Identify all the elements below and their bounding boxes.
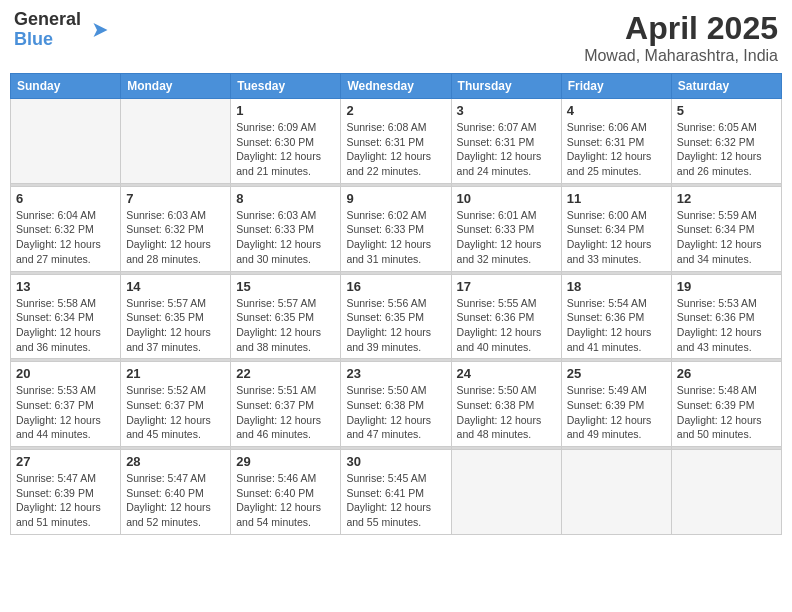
day-info: Sunrise: 6:06 AM Sunset: 6:31 PM Dayligh… (567, 120, 666, 179)
calendar-cell (671, 450, 781, 535)
calendar-cell: 23Sunrise: 5:50 AM Sunset: 6:38 PM Dayli… (341, 362, 451, 447)
calendar-cell: 10Sunrise: 6:01 AM Sunset: 6:33 PM Dayli… (451, 186, 561, 271)
calendar-cell (11, 99, 121, 184)
day-info: Sunrise: 5:56 AM Sunset: 6:35 PM Dayligh… (346, 296, 445, 355)
day-info: Sunrise: 6:09 AM Sunset: 6:30 PM Dayligh… (236, 120, 335, 179)
day-info: Sunrise: 6:05 AM Sunset: 6:32 PM Dayligh… (677, 120, 776, 179)
calendar-cell: 15Sunrise: 5:57 AM Sunset: 6:35 PM Dayli… (231, 274, 341, 359)
day-number: 25 (567, 366, 666, 381)
day-number: 28 (126, 454, 225, 469)
calendar-cell: 12Sunrise: 5:59 AM Sunset: 6:34 PM Dayli… (671, 186, 781, 271)
day-number: 5 (677, 103, 776, 118)
day-number: 26 (677, 366, 776, 381)
calendar-table: SundayMondayTuesdayWednesdayThursdayFrid… (10, 73, 782, 535)
logo: GeneralBlue (14, 10, 111, 50)
day-info: Sunrise: 5:59 AM Sunset: 6:34 PM Dayligh… (677, 208, 776, 267)
weekday-header: Friday (561, 74, 671, 99)
weekday-header: Saturday (671, 74, 781, 99)
location-title: Mowad, Maharashtra, India (584, 47, 778, 65)
day-info: Sunrise: 6:08 AM Sunset: 6:31 PM Dayligh… (346, 120, 445, 179)
calendar-cell: 13Sunrise: 5:58 AM Sunset: 6:34 PM Dayli… (11, 274, 121, 359)
day-info: Sunrise: 5:55 AM Sunset: 6:36 PM Dayligh… (457, 296, 556, 355)
calendar-cell: 25Sunrise: 5:49 AM Sunset: 6:39 PM Dayli… (561, 362, 671, 447)
day-number: 16 (346, 279, 445, 294)
day-number: 4 (567, 103, 666, 118)
day-info: Sunrise: 5:47 AM Sunset: 6:40 PM Dayligh… (126, 471, 225, 530)
logo-text: GeneralBlue (14, 10, 81, 50)
calendar-week-row: 6Sunrise: 6:04 AM Sunset: 6:32 PM Daylig… (11, 186, 782, 271)
weekday-header: Wednesday (341, 74, 451, 99)
calendar-week-row: 27Sunrise: 5:47 AM Sunset: 6:39 PM Dayli… (11, 450, 782, 535)
logo-icon (83, 16, 111, 44)
calendar-cell (121, 99, 231, 184)
calendar-cell: 14Sunrise: 5:57 AM Sunset: 6:35 PM Dayli… (121, 274, 231, 359)
day-number: 9 (346, 191, 445, 206)
calendar-cell: 16Sunrise: 5:56 AM Sunset: 6:35 PM Dayli… (341, 274, 451, 359)
day-info: Sunrise: 5:49 AM Sunset: 6:39 PM Dayligh… (567, 383, 666, 442)
day-number: 23 (346, 366, 445, 381)
day-info: Sunrise: 5:48 AM Sunset: 6:39 PM Dayligh… (677, 383, 776, 442)
day-number: 19 (677, 279, 776, 294)
day-number: 7 (126, 191, 225, 206)
day-number: 18 (567, 279, 666, 294)
day-info: Sunrise: 6:01 AM Sunset: 6:33 PM Dayligh… (457, 208, 556, 267)
day-number: 2 (346, 103, 445, 118)
calendar-cell: 28Sunrise: 5:47 AM Sunset: 6:40 PM Dayli… (121, 450, 231, 535)
calendar-cell: 2Sunrise: 6:08 AM Sunset: 6:31 PM Daylig… (341, 99, 451, 184)
calendar-cell: 9Sunrise: 6:02 AM Sunset: 6:33 PM Daylig… (341, 186, 451, 271)
weekday-header: Thursday (451, 74, 561, 99)
day-info: Sunrise: 5:53 AM Sunset: 6:37 PM Dayligh… (16, 383, 115, 442)
calendar-cell: 26Sunrise: 5:48 AM Sunset: 6:39 PM Dayli… (671, 362, 781, 447)
calendar-cell: 21Sunrise: 5:52 AM Sunset: 6:37 PM Dayli… (121, 362, 231, 447)
calendar-cell: 11Sunrise: 6:00 AM Sunset: 6:34 PM Dayli… (561, 186, 671, 271)
day-info: Sunrise: 6:00 AM Sunset: 6:34 PM Dayligh… (567, 208, 666, 267)
day-number: 15 (236, 279, 335, 294)
calendar-cell: 18Sunrise: 5:54 AM Sunset: 6:36 PM Dayli… (561, 274, 671, 359)
day-number: 12 (677, 191, 776, 206)
calendar-cell: 6Sunrise: 6:04 AM Sunset: 6:32 PM Daylig… (11, 186, 121, 271)
day-info: Sunrise: 5:57 AM Sunset: 6:35 PM Dayligh… (126, 296, 225, 355)
day-info: Sunrise: 6:03 AM Sunset: 6:32 PM Dayligh… (126, 208, 225, 267)
day-info: Sunrise: 5:57 AM Sunset: 6:35 PM Dayligh… (236, 296, 335, 355)
day-info: Sunrise: 5:45 AM Sunset: 6:41 PM Dayligh… (346, 471, 445, 530)
calendar-week-row: 1Sunrise: 6:09 AM Sunset: 6:30 PM Daylig… (11, 99, 782, 184)
day-number: 22 (236, 366, 335, 381)
day-info: Sunrise: 6:02 AM Sunset: 6:33 PM Dayligh… (346, 208, 445, 267)
day-number: 10 (457, 191, 556, 206)
calendar-cell: 5Sunrise: 6:05 AM Sunset: 6:32 PM Daylig… (671, 99, 781, 184)
title-block: April 2025 Mowad, Maharashtra, India (584, 10, 778, 65)
day-number: 1 (236, 103, 335, 118)
day-info: Sunrise: 6:07 AM Sunset: 6:31 PM Dayligh… (457, 120, 556, 179)
day-number: 27 (16, 454, 115, 469)
day-info: Sunrise: 5:46 AM Sunset: 6:40 PM Dayligh… (236, 471, 335, 530)
logo-blue: Blue (14, 29, 53, 49)
month-title: April 2025 (584, 10, 778, 47)
svg-marker-0 (94, 23, 108, 37)
day-info: Sunrise: 6:03 AM Sunset: 6:33 PM Dayligh… (236, 208, 335, 267)
calendar-cell (451, 450, 561, 535)
day-number: 17 (457, 279, 556, 294)
day-info: Sunrise: 5:50 AM Sunset: 6:38 PM Dayligh… (346, 383, 445, 442)
calendar-cell: 22Sunrise: 5:51 AM Sunset: 6:37 PM Dayli… (231, 362, 341, 447)
calendar-cell: 3Sunrise: 6:07 AM Sunset: 6:31 PM Daylig… (451, 99, 561, 184)
day-info: Sunrise: 5:52 AM Sunset: 6:37 PM Dayligh… (126, 383, 225, 442)
page-header: GeneralBlue April 2025 Mowad, Maharashtr… (10, 10, 782, 65)
day-number: 30 (346, 454, 445, 469)
day-number: 20 (16, 366, 115, 381)
weekday-header: Tuesday (231, 74, 341, 99)
day-info: Sunrise: 5:50 AM Sunset: 6:38 PM Dayligh… (457, 383, 556, 442)
calendar-cell: 8Sunrise: 6:03 AM Sunset: 6:33 PM Daylig… (231, 186, 341, 271)
day-info: Sunrise: 5:58 AM Sunset: 6:34 PM Dayligh… (16, 296, 115, 355)
calendar-cell: 7Sunrise: 6:03 AM Sunset: 6:32 PM Daylig… (121, 186, 231, 271)
day-info: Sunrise: 5:51 AM Sunset: 6:37 PM Dayligh… (236, 383, 335, 442)
calendar-cell: 24Sunrise: 5:50 AM Sunset: 6:38 PM Dayli… (451, 362, 561, 447)
day-number: 8 (236, 191, 335, 206)
day-number: 11 (567, 191, 666, 206)
day-info: Sunrise: 5:47 AM Sunset: 6:39 PM Dayligh… (16, 471, 115, 530)
calendar-cell: 19Sunrise: 5:53 AM Sunset: 6:36 PM Dayli… (671, 274, 781, 359)
day-number: 14 (126, 279, 225, 294)
weekday-header: Sunday (11, 74, 121, 99)
calendar-cell: 29Sunrise: 5:46 AM Sunset: 6:40 PM Dayli… (231, 450, 341, 535)
day-info: Sunrise: 5:54 AM Sunset: 6:36 PM Dayligh… (567, 296, 666, 355)
calendar-week-row: 20Sunrise: 5:53 AM Sunset: 6:37 PM Dayli… (11, 362, 782, 447)
